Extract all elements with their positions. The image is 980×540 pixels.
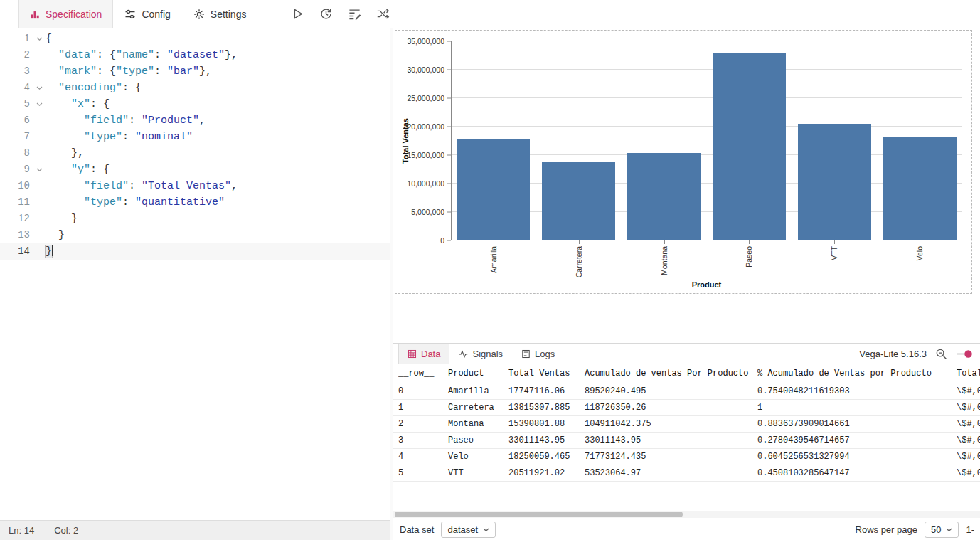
gear-icon [193,9,205,20]
zoom-out-icon[interactable] [935,348,947,360]
data-panel-tab-data[interactable]: Data [398,344,449,364]
line-number: 11 [0,194,33,211]
bar-velo [883,137,957,240]
column-header-total-vent: Total Vent [951,364,980,383]
pagination-controls: Rows per page 50 1- [856,522,974,538]
line-number: 12 [0,211,33,227]
table-row: 3Paseo33011143.9533011143.950.2780439546… [393,433,980,449]
line-number: 2 [0,47,33,63]
code-line-1[interactable]: 1{ [0,31,390,47]
code-line-10[interactable]: 10 "field": "Total Ventas", [0,178,390,194]
fold-icon[interactable] [33,96,46,112]
code-line-8[interactable]: 8 }, [0,145,390,162]
bar-band [622,41,707,240]
x-tick-label: Carretera [575,246,583,277]
bars [451,41,962,240]
run-icon [291,7,304,21]
tab-label: Config [142,9,170,20]
code-text: "field": "Product", [46,112,390,129]
code-line-3[interactable]: 3 "mark": {"type": "bar"}, [0,63,390,80]
table-cell: Velo [442,449,503,465]
horizontal-scrollbar[interactable] [393,511,980,518]
dataset-select[interactable]: dataset [441,522,496,538]
data-panel: DataSignalsLogs Vega-Lite 5.16.3 __row__… [393,343,980,540]
code-line-4[interactable]: 4 "encoding": { [0,80,390,96]
bar-band [792,41,877,240]
table-cell: Amarilla [442,383,503,400]
tune-icon [124,9,136,20]
bar-band [536,41,622,240]
x-tick-label: Velo [915,246,924,260]
toggle-switch-icon[interactable] [956,349,973,359]
line-number: 5 [0,96,33,112]
fold-icon[interactable] [33,80,46,96]
column-header-total-ventas: Total Ventas [503,364,579,383]
fold-spacer [33,227,46,243]
code-line-12[interactable]: 12 } [0,211,390,227]
data-table-wrap: __row__ProductTotal VentasAcumulado de v… [393,364,980,507]
rows-per-page-select[interactable]: 50 [925,522,959,538]
table-cell: 89520240.495 [579,383,752,400]
scrollbar-thumb[interactable] [395,512,683,517]
y-tick-label: 25,000,000 [407,94,444,102]
x-label-cell: Velo [877,246,962,279]
format-button[interactable] [344,4,364,24]
x-label-cell: Carretera [536,246,622,279]
code-line-7[interactable]: 7 "type": "nominal" [0,129,390,145]
code-text: "type": "quantitative" [46,194,390,211]
table-cell: 1 [752,400,951,416]
table-row: 0Amarilla17747116.0689520240.4950.754004… [393,383,980,400]
fold-icon[interactable] [33,162,46,178]
y-tick-label: 35,000,000 [407,37,444,46]
code-line-13[interactable]: 13 } [0,227,390,243]
y-tick-label: 20,000,000 [407,122,444,131]
bar-vtt [798,124,871,240]
rows-per-page-value: 50 [931,524,941,535]
line-number: 3 [0,63,33,80]
x-axis-labels: AmarillaCarreteraMontanaPaseoVTTVelo [451,246,962,279]
code-line-14[interactable]: 14} [0,243,390,260]
history-button[interactable] [316,4,336,24]
code-line-2[interactable]: 2 "data": {"name": "dataset"}, [0,47,390,63]
shuffle-icon [376,7,390,21]
code-editor[interactable]: 1{2 "data": {"name": "dataset"},3 "mark"… [0,28,390,520]
code-line-6[interactable]: 6 "field": "Product", [0,112,390,129]
y-axis-line [451,41,452,240]
data-panel-tab-signals[interactable]: Signals [449,344,512,364]
tab-label: Settings [211,9,247,20]
code-text: "field": "Total Ventas", [46,178,390,194]
run-button[interactable] [287,4,307,24]
table-cell: 17747116.06 [503,383,579,400]
line-number: 8 [0,145,33,162]
fold-spacer [33,63,46,80]
fold-spacer [33,243,46,260]
history-icon [319,7,333,21]
x-label-cell: Amarilla [451,246,536,279]
table-cell: Carretera [442,400,503,416]
fold-icon[interactable] [33,31,46,47]
table-cell: 0.8836373909014661 [752,416,951,433]
bar-paseo [713,53,786,240]
chart-section: Total Ventas 05,000,00010,000,00015,000,… [393,28,980,343]
table-cell: 0 [393,383,442,400]
toolbar: SpecificationConfigSettings [0,0,980,28]
dataset-label: Data set [400,524,434,535]
table-cell: 15390801.88 [503,416,579,433]
tab-settings[interactable]: Settings [182,0,258,28]
table-cell: 18250059.465 [503,449,579,465]
table-cell: Paseo [442,433,503,449]
tab-specification[interactable]: Specification [18,0,113,28]
table-cell: 0.2780439546714657 [752,433,951,449]
code-text: { [46,31,390,47]
data-panel-tab-logs[interactable]: Logs [512,344,564,364]
code-line-9[interactable]: 9 "y": { [0,162,390,178]
code-line-5[interactable]: 5 "x": { [0,96,390,112]
data-panel-header-right: Vega-Lite 5.16.3 [859,348,980,360]
line-number: 6 [0,112,33,129]
tab-config[interactable]: Config [113,0,181,28]
table-row: 1Carretera13815307.885118726350.261\$#,0… [393,400,980,416]
merge-spec-button[interactable] [373,4,393,24]
tab-label: Data [421,349,440,359]
y-tick-label: 15,000,000 [407,151,444,159]
code-line-11[interactable]: 11 "type": "quantitative" [0,194,390,211]
